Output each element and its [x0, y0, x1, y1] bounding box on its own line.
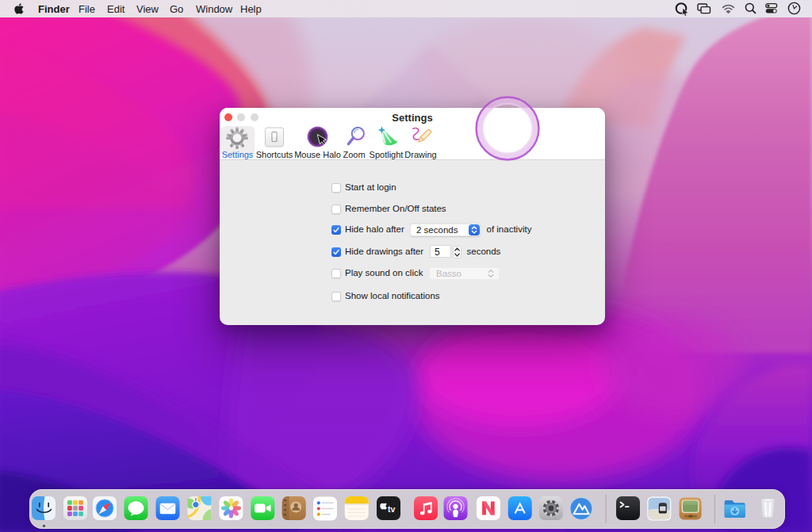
svg-text:tv: tv — [388, 504, 395, 514]
